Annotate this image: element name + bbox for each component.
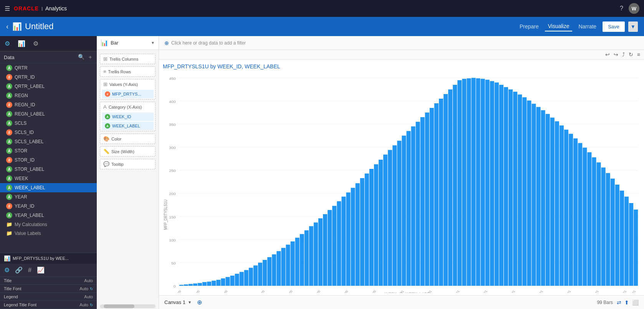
sidebar-item-week_label[interactable]: AWEEK_LABEL — [0, 183, 97, 192]
bar-36[interactable] — [346, 192, 350, 286]
bar-35[interactable] — [341, 197, 346, 286]
nav-narrate[interactable]: Narrate — [575, 22, 599, 31]
bar-25[interactable] — [295, 238, 300, 286]
sidebar-tab-settings[interactable]: ⚙ — [31, 38, 40, 49]
sidebar-item-scls[interactable]: ASCLS — [0, 119, 97, 128]
bar-24[interactable] — [291, 241, 295, 286]
bar-90[interactable] — [597, 162, 601, 286]
bar-71[interactable] — [508, 89, 513, 286]
bar-51[interactable] — [416, 122, 420, 286]
bar-88[interactable] — [587, 152, 591, 286]
grammar-item-mfp_drtys...[interactable]: #MFP_DRTYS... — [102, 90, 154, 98]
chart-type-dropdown[interactable]: ▼ — [151, 41, 155, 45]
user-avatar[interactable]: W — [629, 3, 639, 14]
bar-34[interactable] — [337, 201, 341, 286]
sidebar-item-year_id[interactable]: #YEAR_ID — [0, 202, 97, 211]
bar-13[interactable] — [240, 272, 244, 286]
bottom-chart-title[interactable]: 📊 MFP_DRTYSLS1U by WEE... — [0, 253, 97, 264]
sidebar-item-regn_label[interactable]: AREGN_LABEL — [0, 109, 97, 119]
bar-48[interactable] — [402, 135, 406, 286]
bar-12[interactable] — [235, 274, 239, 286]
save-dropdown-arrow[interactable]: ▼ — [628, 21, 638, 32]
bar-30[interactable] — [318, 218, 323, 286]
bar-16[interactable] — [253, 266, 258, 286]
status-icon-1[interactable]: ⇄ — [617, 299, 621, 306]
sidebar-item-scls_id[interactable]: #SCLS_ID — [0, 128, 97, 137]
bar-40[interactable] — [365, 174, 369, 286]
bar-97[interactable] — [629, 203, 633, 286]
prop-tab-link[interactable]: 🔗 — [14, 265, 24, 275]
bar-96[interactable] — [624, 197, 629, 286]
bar-91[interactable] — [601, 167, 606, 286]
bar-85[interactable] — [573, 139, 578, 286]
canvas-tab-label[interactable]: Canvas 1 — [164, 299, 185, 305]
grammar-group-header[interactable]: ACategory (X-Axis) — [100, 102, 155, 112]
add-icon[interactable]: ＋ — [88, 54, 93, 61]
sidebar-item-week[interactable]: AWEEK — [0, 174, 97, 183]
prop-tab-chart2[interactable]: 📈 — [36, 265, 46, 275]
grammar-group-header[interactable]: ≡Trellis Rows — [100, 67, 155, 76]
bar-19[interactable] — [267, 257, 272, 286]
bar-82[interactable] — [560, 126, 564, 286]
sidebar-item-year_label[interactable]: AYEAR_LABEL — [0, 211, 97, 220]
bar-79[interactable] — [546, 114, 550, 286]
canvas-tab-dropdown[interactable]: ▼ — [188, 300, 192, 304]
bar-23[interactable] — [286, 245, 290, 286]
status-icon-3[interactable]: ⬜ — [632, 299, 639, 306]
bar-38[interactable] — [356, 183, 360, 286]
bar-64[interactable] — [476, 78, 480, 286]
bar-74[interactable] — [522, 97, 526, 286]
bar-6[interactable] — [207, 282, 211, 286]
bar-67[interactable] — [490, 81, 494, 286]
undo-icon[interactable]: ↩ — [605, 51, 610, 58]
bar-45[interactable] — [388, 150, 392, 286]
bar-1[interactable] — [184, 284, 188, 286]
sidebar-item-stor_label[interactable]: ASTOR_LABEL — [0, 165, 97, 174]
bar-46[interactable] — [392, 145, 397, 286]
bar-18[interactable] — [263, 260, 267, 286]
bar-54[interactable] — [430, 108, 434, 286]
bar-8[interactable] — [216, 280, 220, 286]
back-button[interactable]: ‹ — [6, 23, 8, 31]
sidebar-item-stor_id[interactable]: #STOR_ID — [0, 155, 97, 165]
bar-61[interactable] — [462, 79, 466, 286]
chart-container[interactable]: 0 50 100 150 200 250 300 350 400 450 — [163, 73, 640, 293]
sidebar-item-qrtr[interactable]: AQRTR — [0, 63, 97, 73]
bar-87[interactable] — [583, 148, 587, 286]
bar-73[interactable] — [518, 94, 522, 286]
grammar-item-week_id[interactable]: AWEEK_ID — [102, 112, 154, 121]
bar-31[interactable] — [323, 214, 327, 286]
bar-53[interactable] — [425, 112, 429, 286]
bar-56[interactable] — [439, 99, 443, 286]
prop-refresh-icon[interactable]: ↻ — [90, 287, 93, 291]
bar-49[interactable] — [406, 131, 411, 286]
sidebar-item-scls_label[interactable]: ASCLS_LABEL — [0, 137, 97, 146]
bar-33[interactable] — [332, 206, 336, 286]
bar-60[interactable] — [457, 80, 462, 286]
bar-75[interactable] — [527, 101, 531, 286]
folder-item-value-labels[interactable]: 📁Value Labels — [0, 229, 97, 238]
bar-59[interactable] — [453, 85, 457, 286]
bar-76[interactable] — [531, 104, 536, 286]
bar-3[interactable] — [193, 283, 197, 286]
bar-72[interactable] — [513, 92, 517, 286]
filter-add-icon[interactable]: ⊕ — [164, 40, 169, 46]
sidebar-tab-visual[interactable]: 📊 — [16, 38, 27, 49]
prop-refresh-icon[interactable]: ↻ — [90, 303, 93, 307]
bar-29[interactable] — [314, 223, 318, 286]
bar-77[interactable] — [536, 107, 541, 286]
bar-80[interactable] — [550, 117, 555, 286]
bar-62[interactable] — [467, 78, 471, 286]
bar-81[interactable] — [555, 121, 559, 286]
nav-prepare[interactable]: Prepare — [517, 22, 542, 31]
grammar-group-header[interactable]: 🎨Color — [100, 134, 155, 144]
bar-20[interactable] — [272, 254, 276, 286]
bar-66[interactable] — [485, 80, 490, 286]
bar-63[interactable] — [471, 78, 475, 286]
sidebar-item-qrtr_label[interactable]: AQRTR_LABEL — [0, 82, 97, 91]
help-icon[interactable]: ? — [620, 5, 623, 12]
bar-65[interactable] — [481, 79, 485, 286]
share-icon[interactable]: ⤴ — [622, 51, 625, 58]
bar-95[interactable] — [620, 191, 624, 286]
bar-57[interactable] — [444, 94, 448, 286]
